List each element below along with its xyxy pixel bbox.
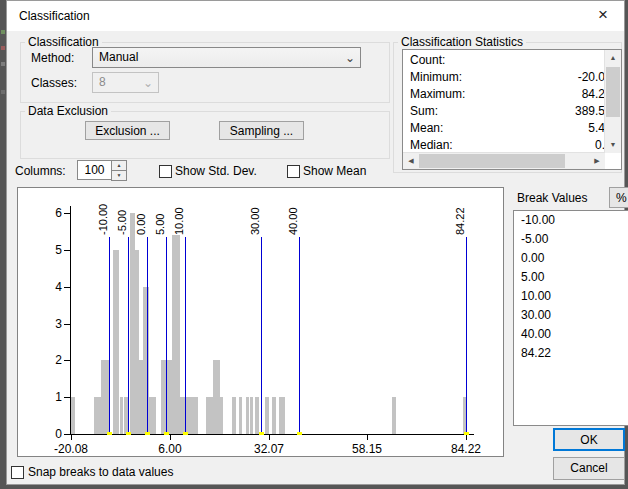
break-value-item[interactable]: 0.00 bbox=[514, 249, 628, 268]
columns-input[interactable]: 100 bbox=[77, 160, 112, 180]
break-line-label: 5.00 bbox=[154, 214, 166, 235]
break-value-item[interactable]: -10.00 bbox=[514, 211, 628, 230]
classification-dialog: Classification × Classification Method: … bbox=[6, 0, 625, 485]
snap-breaks-label: Snap breaks to data values bbox=[28, 465, 173, 479]
y-axis-tick-label: 0 bbox=[40, 427, 62, 441]
y-axis-tick-label: 2 bbox=[40, 353, 62, 367]
histogram-bar bbox=[232, 397, 236, 434]
show-mean-checkbox[interactable] bbox=[287, 165, 300, 178]
histogram-bar bbox=[120, 397, 123, 434]
break-line[interactable] bbox=[128, 237, 129, 434]
histogram-bar bbox=[213, 360, 220, 434]
y-axis-tick-label: 1 bbox=[40, 390, 62, 404]
histogram-bar bbox=[246, 397, 249, 434]
histogram-panel: 0123456-20.086.0032.0758.1584.22-10.00-5… bbox=[17, 187, 504, 457]
close-icon[interactable]: × bbox=[590, 3, 616, 27]
columns-spin-down-icon[interactable]: ▼ bbox=[111, 170, 127, 181]
break-values-label: Break Values bbox=[517, 191, 587, 205]
break-line-label: -5.00 bbox=[116, 210, 128, 235]
break-handle[interactable] bbox=[259, 432, 264, 435]
vertical-scroll-thumb[interactable] bbox=[606, 67, 620, 117]
break-line[interactable] bbox=[147, 237, 148, 434]
break-value-item[interactable]: 84.22 bbox=[514, 344, 628, 363]
classification-group-label: Classification bbox=[25, 35, 102, 49]
show-std-dev-checkbox[interactable] bbox=[159, 165, 172, 178]
classes-label: Classes: bbox=[31, 76, 77, 90]
histogram-bar bbox=[279, 397, 285, 434]
scroll-left-icon[interactable]: ◀ bbox=[403, 153, 419, 169]
classification-statistics-label: Classification Statistics bbox=[398, 35, 526, 49]
break-value-item[interactable]: 10.00 bbox=[514, 287, 628, 306]
stat-row[interactable]: Maximum:84.2 bbox=[403, 86, 605, 103]
scroll-down-icon[interactable]: ▼ bbox=[605, 137, 621, 153]
scroll-up-icon[interactable]: ▲ bbox=[605, 50, 621, 66]
exclusion-button[interactable]: Exclusion ... bbox=[85, 121, 170, 140]
stat-value: -20.0 bbox=[410, 69, 605, 86]
statistics-horizontal-scrollbar[interactable]: ◀ ▶ bbox=[403, 152, 605, 169]
break-line[interactable] bbox=[466, 237, 467, 434]
break-line[interactable] bbox=[109, 237, 110, 434]
sampling-button[interactable]: Sampling ... bbox=[219, 121, 304, 140]
classification-group: Classification bbox=[20, 35, 390, 103]
histogram-bar bbox=[149, 397, 156, 434]
classes-value: 8 bbox=[99, 75, 106, 89]
histogram-bar bbox=[186, 397, 198, 434]
percent-button[interactable]: % bbox=[609, 187, 628, 208]
break-handle[interactable] bbox=[145, 432, 150, 435]
method-label: Method: bbox=[31, 51, 74, 65]
y-axis-tick bbox=[64, 360, 70, 361]
y-axis-tick bbox=[64, 397, 70, 398]
statistics-list: Count:Minimum:-20.0Maximum:84.2Sum:389.5… bbox=[402, 49, 622, 170]
break-value-item[interactable]: 40.00 bbox=[514, 325, 628, 344]
break-value-item[interactable]: 30.00 bbox=[514, 306, 628, 325]
break-line[interactable] bbox=[299, 237, 300, 434]
break-line[interactable] bbox=[261, 237, 262, 434]
break-handle[interactable] bbox=[164, 432, 169, 435]
stat-row[interactable]: Mean:5.4 bbox=[403, 120, 605, 137]
statistics-vertical-scrollbar[interactable]: ▲ ▼ bbox=[604, 50, 621, 153]
show-std-dev-label: Show Std. Dev. bbox=[175, 164, 257, 178]
stat-row[interactable]: Minimum:-20.0 bbox=[403, 69, 605, 86]
y-axis-tick bbox=[64, 434, 70, 435]
break-line[interactable] bbox=[185, 237, 186, 434]
break-handle[interactable] bbox=[297, 432, 302, 435]
y-axis-tick bbox=[64, 324, 70, 325]
x-axis-tick-label: 58.15 bbox=[339, 442, 395, 456]
break-handle[interactable] bbox=[464, 432, 469, 435]
break-value-item[interactable]: 5.00 bbox=[514, 268, 628, 287]
stat-value: 389.5 bbox=[410, 103, 605, 120]
x-axis-tick bbox=[269, 435, 270, 440]
break-line-label: -10.00 bbox=[97, 204, 109, 235]
stat-row[interactable]: Count: bbox=[403, 52, 605, 69]
histogram-bar bbox=[255, 397, 259, 434]
histogram-bar bbox=[272, 397, 276, 434]
y-axis-tick-label: 6 bbox=[40, 206, 62, 220]
histogram-bar bbox=[239, 397, 242, 434]
break-line-label: 84.22 bbox=[454, 207, 466, 235]
y-axis-tick-label: 3 bbox=[40, 317, 62, 331]
histogram-bar bbox=[250, 397, 253, 434]
columns-label: Columns: bbox=[15, 164, 66, 178]
break-value-item[interactable]: -5.00 bbox=[514, 230, 628, 249]
histogram-bar bbox=[392, 397, 396, 434]
y-axis-line bbox=[70, 206, 71, 435]
break-handle[interactable] bbox=[107, 432, 112, 435]
histogram-bar bbox=[172, 235, 180, 434]
x-axis-tick bbox=[466, 435, 467, 440]
dialog-title: Classification bbox=[19, 9, 90, 23]
cancel-button[interactable]: Cancel bbox=[553, 457, 625, 480]
horizontal-scroll-thumb[interactable] bbox=[419, 154, 565, 168]
stat-name: Count: bbox=[410, 52, 445, 69]
scroll-right-icon[interactable]: ▶ bbox=[589, 153, 605, 169]
ok-button[interactable]: OK bbox=[553, 428, 625, 451]
x-axis-tick bbox=[367, 435, 368, 440]
snap-breaks-checkbox[interactable] bbox=[11, 466, 24, 479]
method-combobox[interactable]: Manual ⌄ bbox=[92, 47, 361, 68]
break-handle[interactable] bbox=[183, 432, 188, 435]
histogram-bar bbox=[94, 397, 101, 434]
histogram-bar bbox=[113, 250, 119, 434]
break-line[interactable] bbox=[166, 237, 167, 434]
break-handle[interactable] bbox=[126, 432, 131, 435]
stat-row[interactable]: Sum:389.5 bbox=[403, 103, 605, 120]
stat-value: 5.4 bbox=[410, 120, 605, 137]
